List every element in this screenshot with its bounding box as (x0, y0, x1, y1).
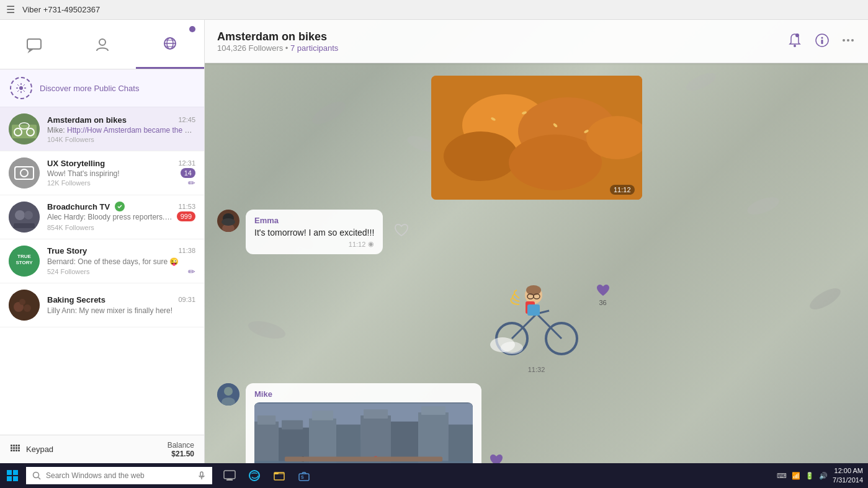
public-badge (189, 26, 195, 32)
svg-rect-46 (18, 450, 20, 451)
chat-header: Amsterdam on bikes 104,326 Followers • 7… (205, 20, 868, 63)
emma-status: ◉ (368, 240, 374, 248)
baking-avatar-img (9, 290, 40, 321)
discover-banner[interactable]: Discover more Public Chats (0, 69, 204, 107)
mike-msg-wrapper: Mike (246, 383, 505, 463)
truestory-info: True Story 11:38 Bernard: One of these d… (47, 246, 195, 277)
separator: • (285, 43, 290, 53)
truestory-followers: 524 Followers (47, 268, 89, 277)
emma-sender: Emma (254, 216, 374, 225)
messages-area[interactable]: 11:12 Emma It's (205, 63, 868, 463)
chat-item-ux[interactable]: UX Storytelling 12:31 Wow! That's inspir… (0, 151, 204, 195)
broadchurch-followers: 854K Followers (47, 224, 94, 231)
tab-contacts[interactable] (68, 20, 136, 69)
taskbar-app-store[interactable]: S (293, 464, 315, 487)
svg-line-121 (38, 477, 41, 480)
keypad-button[interactable]: Keypad (10, 444, 53, 455)
sticker-like[interactable]: 36 (595, 283, 611, 306)
store-icon: S (298, 469, 310, 482)
taskbar-app-edge[interactable] (243, 464, 266, 487)
baking-name: Baking Secrets (47, 295, 105, 304)
mike-bubble: Mike (246, 383, 481, 463)
svg-rect-31 (9, 290, 40, 321)
chat-header-info: Amsterdam on bikes 104,326 Followers • 7… (217, 30, 786, 53)
svg-rect-38 (18, 445, 20, 446)
mike-heart-icon (488, 452, 505, 463)
message-sticker: 11:32 36 (481, 264, 593, 373)
chat-item-baking[interactable]: Baking Secrets 09:31 Lilly Ann: My new m… (0, 283, 204, 327)
chat-item-amsterdam[interactable]: Amsterdam on bikes 12:45 Mike: Http://Ho… (0, 107, 204, 151)
balance-amount: $21.50 (168, 450, 194, 458)
ux-preview: Wow! That's inspiring! (47, 169, 120, 178)
mike-avatar (217, 383, 239, 406)
svg-rect-17 (12, 125, 37, 138)
chat-item-broadchurch[interactable]: Broadchurch TV 11:53 Alec Hardy: Bloody … (0, 195, 204, 239)
avatar-ux (9, 157, 40, 189)
svg-rect-117 (13, 470, 18, 475)
chat-list: Amsterdam on bikes 12:45 Mike: Http://Ho… (0, 107, 204, 435)
amsterdam-time: 12:45 (178, 116, 195, 123)
discover-sparkle (15, 82, 27, 94)
ux-name: UX Storytelling (47, 159, 105, 168)
file-explorer-icon (273, 469, 285, 482)
svg-point-59 (821, 37, 823, 38)
svg-line-81 (512, 314, 537, 339)
tab-public[interactable] (136, 20, 204, 69)
emma-avatar (217, 210, 239, 232)
taskbar-app-files[interactable] (268, 464, 290, 487)
ux-time: 12:31 (178, 159, 195, 167)
food-image (431, 76, 642, 200)
ux-info: UX Storytelling 12:31 Wow! That's inspir… (47, 159, 195, 188)
sticker-time: 11:32 (481, 366, 593, 373)
svg-rect-116 (7, 470, 12, 475)
svg-text:TRUE: TRUE (17, 254, 31, 259)
taskbar-search[interactable] (26, 467, 212, 484)
svg-rect-42 (18, 447, 20, 449)
svg-point-57 (795, 33, 799, 37)
svg-rect-125 (226, 479, 233, 481)
ux-badge: 14 (181, 168, 195, 178)
info-button[interactable] (813, 32, 831, 51)
broadchurch-badge: 999 (177, 211, 195, 221)
truestory-preview: Bernard: One of these days, for sure 😜 (47, 257, 179, 266)
menu-icon[interactable]: ☰ (6, 4, 15, 16)
edge-icon (248, 469, 261, 482)
mike-like-btn[interactable]: 2 (488, 452, 505, 463)
emma-footer: 11:12 ◉ (254, 240, 374, 248)
avatar-broadchurch (9, 202, 40, 233)
svg-line-14 (24, 84, 25, 86)
participants-link[interactable]: 7 participants (290, 43, 338, 53)
svg-point-56 (794, 45, 796, 47)
emma-text: It's tomorrow! I am so excited!!! (254, 228, 374, 237)
svg-point-86 (526, 285, 541, 295)
taskbar-right: ⌨ 📶 🔋 🔊 12:00 AM 7/31/2014 (777, 466, 868, 486)
more-button[interactable] (841, 33, 856, 50)
heart-outline-icon (393, 222, 410, 239)
emma-like-btn[interactable] (393, 222, 410, 242)
ux-followers: 12K Followers (47, 179, 91, 188)
search-input[interactable] (46, 471, 192, 480)
more-icon (841, 33, 856, 48)
svg-rect-122 (200, 472, 203, 476)
link-card[interactable]: How Amsterdam became the bicycle capital… (254, 402, 473, 463)
sticker-image (481, 264, 593, 363)
message-mike: Mike (217, 383, 856, 463)
start-button[interactable] (0, 463, 25, 488)
svg-point-94 (224, 387, 233, 396)
tab-chats[interactable] (0, 20, 68, 69)
sticker-heart-icon (595, 283, 611, 299)
chat-item-truestory[interactable]: TRUE STORY True Story 11:38 Bernard: One… (0, 239, 204, 283)
baking-time: 09:31 (178, 296, 195, 303)
balance-info: Balance $21.50 (168, 441, 194, 458)
svg-rect-118 (7, 476, 12, 481)
verified-icon (115, 202, 125, 211)
svg-rect-98 (254, 422, 279, 463)
notification-button[interactable] (786, 32, 803, 51)
food-image-content (431, 76, 642, 200)
ux-avatar-img (9, 157, 40, 189)
svg-line-13 (24, 91, 25, 92)
chat-header-actions (786, 32, 856, 51)
svg-point-67 (444, 131, 518, 181)
discover-text: Discover more Public Chats (40, 84, 139, 93)
taskbar-app-desktop[interactable] (218, 464, 241, 487)
